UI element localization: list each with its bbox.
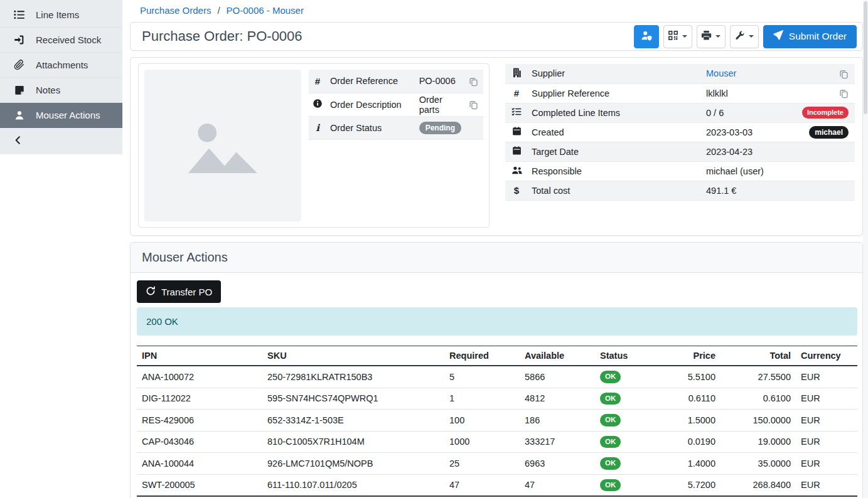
cell-price: 5.5100 <box>655 366 721 388</box>
sidebar-item-received-stock[interactable]: Received Stock <box>0 28 122 53</box>
print-actions-button[interactable] <box>697 25 726 48</box>
table-row: DIG-112022 595-SN74HCS74QPWRQ1 1 4812 OK… <box>137 388 857 410</box>
breadcrumb-current-po[interactable]: PO-0006 - Mouser <box>227 5 304 16</box>
cell-available: 47 <box>520 474 595 496</box>
detail-label: Responsible <box>528 161 702 181</box>
supplier-link[interactable]: Mouser <box>706 68 736 78</box>
cell-price: 5.7200 <box>655 474 721 496</box>
barcode-actions-button[interactable] <box>663 25 692 48</box>
cell-ipn: ANA-100072 <box>137 366 262 388</box>
cell-total: 19.0000 <box>721 431 796 453</box>
detail-value: 2023-04-23 <box>702 142 783 161</box>
ok-status-badge: OK <box>600 436 621 448</box>
copy-icon[interactable] <box>469 77 478 87</box>
cell-currency: EUR <box>796 410 857 432</box>
cell-ipn: SWT-200005 <box>137 474 262 496</box>
transfer-po-label: Transfer PO <box>161 287 212 297</box>
chevron-down-icon <box>715 35 721 38</box>
column-header-required: Required <box>444 346 520 366</box>
detail-label: Order Status <box>326 116 415 139</box>
calendar-icon <box>512 147 522 157</box>
table-row: Order Description Order parts <box>309 93 483 116</box>
parts-table: IPN SKU Required Available Status Price … <box>137 346 857 498</box>
table-row: RES-429006 652-3314Z-1-503E 100 186 OK 1… <box>137 410 857 432</box>
copy-icon[interactable] <box>839 89 849 98</box>
user-permissions-button[interactable] <box>634 25 659 48</box>
info-circle-icon <box>313 100 323 110</box>
cell-price: 0.6110 <box>655 388 721 410</box>
list-check-icon <box>512 109 522 119</box>
sidebar-item-notes[interactable]: Notes <box>0 78 122 103</box>
cell-total: 150.0000 <box>721 410 796 432</box>
chevron-down-icon <box>682 35 687 38</box>
detail-label: Completed Line Items <box>528 103 702 122</box>
sidebar-item-mouser-actions[interactable]: Mouser Actions <box>0 103 122 128</box>
ok-status-badge: OK <box>600 479 621 492</box>
cell-available: 4812 <box>520 388 595 410</box>
detail-value: 2023-03-03 <box>702 122 783 142</box>
cell-sku: 810-C1005X7R1H104M <box>262 431 444 453</box>
sidebar-item-label: Mouser Actions <box>36 110 100 120</box>
table-row: Responsible michael (user) <box>505 161 855 181</box>
cell-required: 1000 <box>444 431 520 453</box>
breadcrumb-separator: / <box>217 5 220 16</box>
detail-label: Supplier Reference <box>528 83 702 103</box>
copy-icon[interactable] <box>839 70 849 79</box>
breadcrumb-purchase-orders[interactable]: Purchase Orders <box>140 5 211 16</box>
ok-status-badge: OK <box>600 393 621 405</box>
cell-ipn: ANA-100044 <box>137 453 262 475</box>
submit-order-button[interactable]: Submit Order <box>763 25 857 48</box>
cell-status: OK <box>595 453 655 475</box>
page-content: Purchase Order: PO-0006 <box>122 21 868 498</box>
cell-price: 1.4000 <box>655 453 721 475</box>
sidebar-collapse-button[interactable] <box>0 128 122 154</box>
order-actions-button[interactable] <box>730 25 759 48</box>
breadcrumb: Purchase Orders / PO-0006 - Mouser <box>122 0 868 21</box>
scrollbar[interactable] <box>863 0 868 498</box>
submit-order-label: Submit Order <box>789 31 847 42</box>
sidebar-item-label: Received Stock <box>36 34 101 45</box>
detail-label: Total cost <box>528 181 702 200</box>
sidebar-item-attachments[interactable]: Attachments <box>0 53 122 78</box>
detail-value: 0 / 6 <box>702 103 783 122</box>
sidebar-item-label: Attachments <box>36 60 88 70</box>
supplier-detail-table: Supplier Mouser # Supplier Reference lkl… <box>505 64 855 201</box>
cell-required: 5 <box>444 366 520 388</box>
order-summary-card: # Order Reference PO-0006 Order Descript… <box>138 63 490 228</box>
app-window: Line Items Received Stock Attachments No… <box>0 0 868 498</box>
transfer-po-button[interactable]: Transfer PO <box>137 280 221 303</box>
scrollbar-thumb[interactable] <box>864 1 867 114</box>
cell-total: 268.8400 <box>721 474 796 496</box>
dollar-icon: $ <box>514 185 519 196</box>
status-alert: 200 OK <box>137 307 857 336</box>
sidebar-item-label: Notes <box>36 85 60 95</box>
cell-available: 186 <box>520 410 595 432</box>
cell-status: OK <box>595 474 655 496</box>
paper-plane-icon <box>773 30 783 43</box>
sidebar-item-line-items[interactable]: Line Items <box>0 3 122 28</box>
table-row: Target Date 2023-04-23 <box>505 142 855 161</box>
user-shield-icon <box>641 30 652 43</box>
user-badge: michael <box>809 126 849 139</box>
users-icon <box>512 167 522 177</box>
header-actions: Submit Order <box>634 25 857 48</box>
cell-status: OK <box>595 388 655 410</box>
cell-price: 0.0190 <box>655 431 721 453</box>
cell-currency: EUR <box>796 453 857 475</box>
ok-status-badge: OK <box>600 371 621 383</box>
tools-icon <box>734 30 745 43</box>
copy-icon[interactable] <box>469 100 478 110</box>
mouser-actions-body: Transfer PO 200 OK IPN SKU <box>131 273 862 498</box>
status-alert-text: 200 OK <box>146 316 178 327</box>
detail-label: Order Description <box>326 93 415 116</box>
hash-icon: # <box>514 88 519 98</box>
cell-status: OK <box>595 410 655 432</box>
cell-sku: 926-LMC7101QM5/NOPB <box>262 453 444 475</box>
column-header-status: Status <box>595 346 655 366</box>
cell-ipn: DIG-112022 <box>137 388 262 410</box>
column-header-currency: Currency <box>796 346 857 366</box>
detail-label: Order Reference <box>326 70 415 93</box>
detail-value: PO-0006 <box>415 70 465 93</box>
order-image-placeholder <box>144 70 301 221</box>
cell-available: 5866 <box>520 366 595 388</box>
